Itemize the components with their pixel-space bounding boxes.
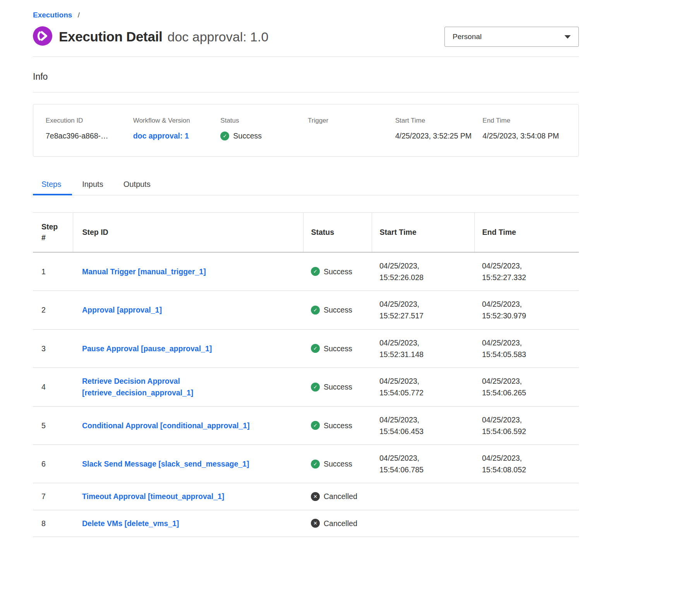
info-field-workflow-version: Workflow & Version doc approval: 1 [133,117,217,142]
start-time-cell: 04/25/2023,15:54:06.785 [372,444,474,483]
chevron-down-icon [564,35,571,39]
page-title: Execution Detail [59,29,163,44]
step-number-cell: 1 [33,252,73,291]
workflow-version-label: Workflow & Version [133,117,217,125]
status-text: Success [324,381,352,393]
tab-inputs[interactable]: Inputs [72,175,113,195]
status-text: Success [324,343,352,354]
trigger-label: Trigger [308,117,391,125]
start-time-cell [372,483,474,510]
steps-table: Step # Step ID Status Start Time End Tim… [33,212,579,537]
table-row: 7 Timeout Approval [timeout_approval_1] … [33,483,579,510]
status-text: Success [324,420,352,431]
info-field-trigger: Trigger [308,117,391,142]
end-time-label: End Time [482,117,566,125]
page-title-group: Execution Detail doc approval: 1.0 [59,29,268,44]
end-time-cell: 04/25/2023,15:54:08.052 [474,444,579,483]
end-time-cell [474,510,579,537]
status-text: Success [233,130,262,142]
tab-steps[interactable]: Steps [33,175,72,195]
step-number-cell: 2 [33,291,73,329]
step-id-cell: Pause Approval [pause_approval_1] [73,329,303,368]
breadcrumb: Executions / [33,11,579,19]
end-time-cell: 04/25/2023,15:54:05.583 [474,329,579,368]
table-row: 3 Pause Approval [pause_approval_1] ✓Suc… [33,329,579,368]
column-header-end-time: End Time [474,213,579,252]
info-divider [33,92,579,92]
step-link[interactable]: Slack Send Message [slack_send_message_1… [82,458,249,470]
step-link[interactable]: Timeout Approval [timeout_approval_1] [82,491,224,502]
step-id-cell: Approval [approval_1] [73,291,303,329]
column-header-start-time: Start Time [372,213,474,252]
step-id-cell: Timeout Approval [timeout_approval_1] [73,483,303,510]
success-status-icon: ✓ [311,344,320,353]
start-time-cell: 04/25/2023,15:52:31.148 [372,329,474,368]
start-time-label: Start Time [395,117,479,125]
tab-outputs[interactable]: Outputs [113,175,161,195]
cancelled-status-icon: ✕ [311,492,320,501]
status-cell: ✕Cancelled [303,510,372,537]
status-label: Status [220,117,304,125]
success-status-icon: ✓ [311,383,320,391]
step-link[interactable]: Conditional Approval [conditional_approv… [82,420,250,431]
step-number-cell: 6 [33,444,73,483]
step-link[interactable]: Manual Trigger [manual_trigger_1] [82,266,206,277]
workflow-name-version: doc approval: 1.0 [168,29,269,44]
end-time-cell: 04/25/2023,15:52:30.979 [474,291,579,329]
step-link[interactable]: Delete VMs [delete_vms_1] [82,518,179,529]
step-number-cell: 3 [33,329,73,368]
column-header-step-number: Step # [33,213,73,252]
status-text: Success [324,458,352,470]
detail-tabs: Steps Inputs Outputs [33,175,579,195]
info-field-status: Status ✓ Success [220,117,304,142]
step-link[interactable]: Approval [approval_1] [82,304,162,316]
end-time-cell: 04/25/2023,15:54:06.592 [474,406,579,444]
status-cell: ✓Success [303,252,372,291]
table-row: 8 Delete VMs [delete_vms_1] ✕Cancelled [33,510,579,537]
execution-detail-page: Executions / Execution Detail doc approv… [33,11,579,537]
step-number-cell: 8 [33,510,73,537]
table-row: 1 Manual Trigger [manual_trigger_1] ✓Suc… [33,252,579,291]
status-cell: ✕Cancelled [303,483,372,510]
info-card: Execution ID 7e8ac396-a868-… Workflow & … [33,104,579,157]
success-status-icon: ✓ [311,460,320,468]
start-time-cell [372,510,474,537]
breadcrumb-executions-link[interactable]: Executions [33,11,72,19]
start-time-value: 4/25/2023, 3:52:25 PM [395,130,477,142]
status-cell: ✓Success [303,444,372,483]
status-text: Success [324,266,352,277]
scope-dropdown[interactable]: Personal [444,27,579,47]
end-time-cell [474,483,579,510]
step-id-cell: Conditional Approval [conditional_approv… [73,406,303,444]
step-id-cell: Slack Send Message [slack_send_message_1… [73,444,303,483]
info-field-execution-id: Execution ID 7e8ac396-a868-… [46,117,129,142]
scope-dropdown-value: Personal [453,32,482,41]
step-link[interactable]: Retrieve Decision Approval [retrieve_dec… [82,375,291,398]
table-row: 4 Retrieve Decision Approval [retrieve_d… [33,368,579,406]
status-cell: ✓Success [303,329,372,368]
step-id-cell: Manual Trigger [manual_trigger_1] [73,252,303,291]
breadcrumb-separator: / [78,11,80,19]
success-status-icon: ✓ [311,421,320,430]
info-field-end-time: End Time 4/25/2023, 3:54:08 PM [482,117,566,142]
status-cell: ✓Success [303,291,372,329]
end-time-cell: 04/25/2023,15:54:06.265 [474,368,579,406]
table-row: 6 Slack Send Message [slack_send_message… [33,444,579,483]
table-row: 2 Approval [approval_1] ✓Success 04/25/2… [33,291,579,329]
steps-table-header: Step # Step ID Status Start Time End Tim… [33,213,579,252]
workflow-version-link[interactable]: doc approval: 1 [133,130,189,142]
step-id-cell: Delete VMs [delete_vms_1] [73,510,303,537]
status-text: Cancelled [324,491,357,502]
step-number-cell: 7 [33,483,73,510]
header-row: Step # Step ID Status Start Time End Tim… [33,213,579,252]
status-text: Success [324,304,352,316]
workflow-brand-icon [33,26,52,47]
success-status-icon: ✓ [311,267,320,276]
start-time-cell: 04/25/2023,15:54:05.772 [372,368,474,406]
column-header-step-id: Step ID [73,213,303,252]
success-status-icon: ✓ [311,306,320,315]
execution-id-label: Execution ID [46,117,129,125]
success-status-icon: ✓ [220,132,229,140]
table-row: 5 Conditional Approval [conditional_appr… [33,406,579,444]
step-link[interactable]: Pause Approval [pause_approval_1] [82,343,212,354]
